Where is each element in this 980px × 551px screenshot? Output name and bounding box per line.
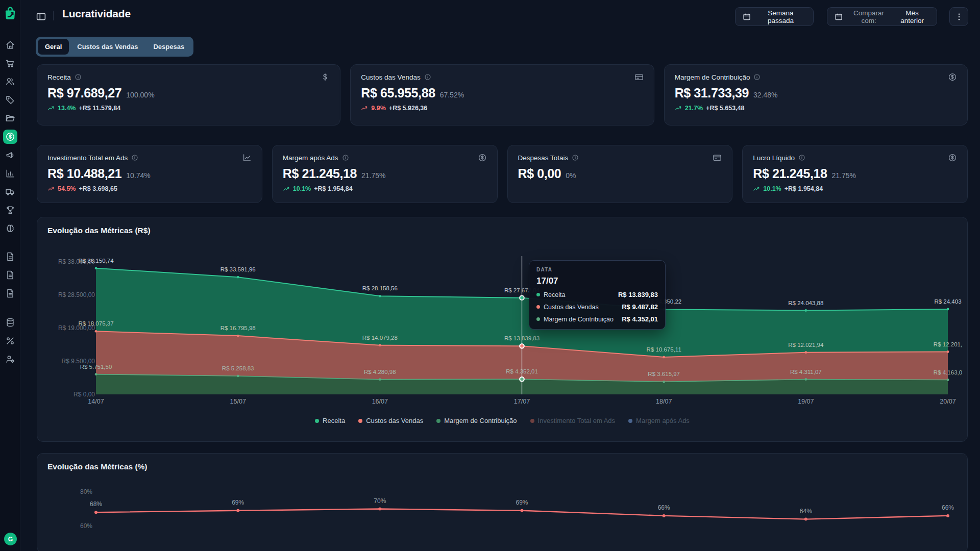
- sidebar-item-customers[interactable]: [3, 74, 17, 89]
- app-logo-icon[interactable]: [4, 6, 17, 20]
- trend-percent: 9.9%: [371, 105, 386, 112]
- kpi-card-despesas-totais: Despesas TotaisR$ 0,000%: [507, 145, 733, 203]
- sidebar-item-profitability[interactable]: [3, 130, 17, 144]
- kpi-trend: 13.4%+R$ 11.579,84: [47, 105, 330, 112]
- data-point[interactable]: [95, 267, 97, 269]
- point-label: R$ 12.021,94: [788, 342, 824, 348]
- hovered-point[interactable]: [520, 377, 524, 382]
- calendar-icon: [743, 13, 751, 21]
- sidebar-item-analytics[interactable]: [3, 166, 17, 181]
- trend-up-icon: [361, 105, 368, 112]
- dollar-icon: [948, 72, 957, 82]
- sidebar-item-shipping[interactable]: [3, 185, 17, 199]
- data-point[interactable]: [947, 379, 949, 381]
- legend-item-margem-ap-s-ads[interactable]: Margem após Ads: [628, 417, 690, 424]
- sidebar-item-report-1[interactable]: [3, 249, 17, 264]
- tab-custos-das-vendas[interactable]: Custos das Vendas: [70, 39, 145, 55]
- point-label: R$ 16.795,98: [220, 325, 256, 331]
- sidebar-item-marketing[interactable]: [3, 148, 17, 162]
- data-point[interactable]: [379, 378, 381, 381]
- sidebar-item-report-3[interactable]: [3, 286, 17, 300]
- data-point[interactable]: [663, 514, 666, 517]
- data-point[interactable]: [379, 295, 381, 297]
- compare-selector-button[interactable]: Comparar com: Mês anterior: [827, 7, 937, 26]
- data-point[interactable]: [663, 381, 665, 383]
- trend-amount: +R$ 1.954,84: [314, 185, 352, 192]
- kpi-trend: 54.5%+R$ 3.698,65: [47, 185, 252, 192]
- legend-label: Custos das Vendas: [366, 417, 423, 424]
- data-point[interactable]: [94, 511, 97, 514]
- user-avatar[interactable]: G: [4, 533, 17, 545]
- data-point[interactable]: [804, 378, 807, 381]
- trend-percent: 21.7%: [685, 105, 703, 112]
- legend-dot-icon: [628, 419, 632, 423]
- data-point[interactable]: [95, 373, 97, 375]
- tooltip-series-value: R$ 13.839,83: [618, 291, 658, 298]
- data-point[interactable]: [521, 509, 524, 512]
- tab-despesas[interactable]: Despesas: [146, 39, 191, 55]
- sidebar-item-home[interactable]: [3, 38, 17, 52]
- chart-tooltip: DATA 17/07 ReceitaR$ 13.839,83Custos das…: [529, 260, 666, 330]
- more-options-button[interactable]: [949, 7, 968, 26]
- data-point[interactable]: [236, 509, 239, 512]
- legend-item-investimento-total-em-ads[interactable]: Investimento Total em Ads: [530, 417, 616, 424]
- trend-percent: 54.5%: [58, 185, 76, 192]
- legend-item-custos-das-vendas[interactable]: Custos das Vendas: [358, 417, 423, 424]
- data-point[interactable]: [378, 508, 381, 511]
- sidebar-item-tags[interactable]: [3, 93, 17, 107]
- legend-item-receita[interactable]: Receita: [315, 417, 345, 424]
- data-point[interactable]: [947, 350, 949, 353]
- sidebar-item-files[interactable]: [3, 111, 17, 126]
- usergear-icon: [5, 354, 15, 364]
- period-selector-button[interactable]: Semana passada: [735, 7, 814, 26]
- data-point[interactable]: [804, 351, 807, 354]
- tooltip-series-name: Margem de Contribuição: [544, 316, 614, 323]
- tab-geral[interactable]: Geral: [38, 39, 69, 55]
- data-point[interactable]: [95, 330, 97, 333]
- sidebar: G: [0, 0, 20, 551]
- data-point[interactable]: [947, 308, 949, 311]
- data-point[interactable]: [379, 344, 381, 346]
- kpi-card-margem-ap-s-ads: Margem após AdsR$ 21.245,1821.75%10.1%+R…: [272, 145, 498, 203]
- legend-dot-icon: [436, 419, 440, 423]
- brain-icon: [5, 223, 15, 234]
- hovered-point[interactable]: [520, 295, 524, 300]
- sidebar-item-report-2[interactable]: [3, 268, 17, 282]
- kpi-card-lucro-l-quido: Lucro LíquidoR$ 21.245,1821.75%10.1%+R$ …: [742, 145, 968, 203]
- sidebar-toggle-icon[interactable]: [34, 9, 48, 23]
- tab-bar: Geral Custos das Vendas Despesas: [36, 37, 193, 57]
- data-point[interactable]: [237, 276, 239, 279]
- data-point[interactable]: [237, 375, 239, 378]
- hovered-point[interactable]: [520, 344, 524, 348]
- card-icon: [634, 72, 644, 82]
- y-tick: R$ 0,00: [74, 391, 95, 398]
- card-icon: [713, 153, 722, 162]
- sidebar-item-insights[interactable]: [3, 221, 17, 236]
- tooltip-series-name: Custos das Vendas: [544, 304, 599, 311]
- megaphone-icon: [5, 150, 15, 160]
- data-point[interactable]: [804, 518, 807, 521]
- data-point[interactable]: [663, 356, 665, 359]
- point-label: R$ 24.403: [934, 298, 961, 305]
- legend-item-margem-de-contribui-o[interactable]: Margem de Contribuição: [436, 417, 517, 424]
- sidebar-item-fees[interactable]: [3, 334, 17, 348]
- info-icon: [798, 154, 805, 161]
- sidebar-item-database[interactable]: [3, 315, 17, 330]
- dollar-icon: [948, 153, 957, 162]
- chart-icon: [5, 168, 15, 179]
- sidebar-item-orders[interactable]: [3, 56, 17, 70]
- file-icon: [5, 288, 15, 298]
- info-icon: [342, 154, 349, 161]
- data-point[interactable]: [237, 335, 239, 337]
- data-point[interactable]: [946, 514, 949, 517]
- point-label: R$ 18.075,37: [78, 320, 113, 327]
- period-label: Semana passada: [755, 9, 806, 24]
- sidebar-item-account-settings[interactable]: [3, 352, 17, 366]
- sidebar-item-goals[interactable]: [3, 203, 17, 217]
- point-label: R$ 36.150,74: [78, 258, 114, 264]
- home-icon: [5, 40, 15, 50]
- point-label: 69%: [516, 499, 528, 506]
- data-point[interactable]: [804, 309, 807, 312]
- dollar-icon: [948, 72, 957, 82]
- point-label: 69%: [232, 499, 244, 506]
